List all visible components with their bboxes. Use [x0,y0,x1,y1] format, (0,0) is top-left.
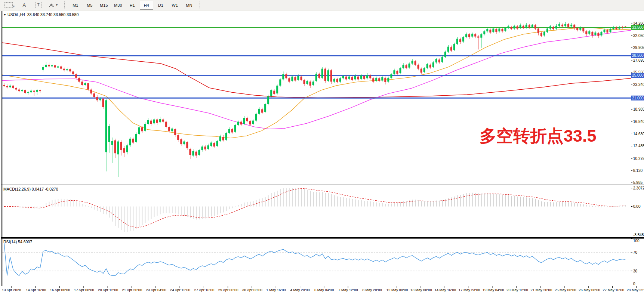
ma-slow-red [2,43,631,98]
macd-histogram [4,188,626,232]
price-tick-label: 14.630 [633,132,644,136]
time-tick-label: 24 Apr 12:00 [170,288,190,292]
price-level-badge-value: 33.500 [632,25,644,30]
time-tick-label: 17 Apr 08:00 [74,288,94,292]
time-tick-label: 30 Apr 08:00 [242,288,262,292]
timeframe-button-h4[interactable]: H4 [140,1,153,10]
rsi-tick-label: 30 [633,269,638,273]
letter-a-icon: A [23,2,26,8]
chart-title-collapse-icon[interactable]: ▼ [3,13,6,16]
price-tick-label: 23.340 [633,83,644,87]
toolbar-separator [200,1,201,9]
chart-symbol-period: USOil-,H4 [7,12,25,17]
macd-tick-label: -3.5484 [633,233,644,237]
macd-tick-label: 0.00 [633,204,641,209]
time-tick-label: 14 Apr 16:00 [26,288,46,292]
template-f-button[interactable]: F [2,1,17,10]
time-tick-label: 27 May 16:00 [603,288,625,292]
price-tick-label: 34.260 [633,21,644,25]
time-tick-label: 4 May 20:00 [290,288,310,292]
price-annotation-text: 多空转折点33.5 [480,125,597,147]
time-tick-label: 27 Apr 16:00 [194,288,214,292]
price-level-badge-value: 21.000 [632,96,644,100]
time-tick-label: 8 May 20:00 [363,288,382,292]
rsi-tick-label: 0 [633,282,635,286]
rsi-tick-label: 70 [633,250,638,255]
time-tick-label: 29 Apr 00:00 [218,288,238,292]
time-tick-label: 13 May 08:00 [410,288,432,292]
time-tick-label: 25 May 00:00 [555,288,576,292]
dropdown-caret-icon: ▼ [55,3,58,7]
price-tick-label: 32.050 [633,34,644,38]
time-tick-label: 17 May 23:00 [459,288,480,292]
price-tick-label: 8.130 [633,169,643,173]
dotted-frame-icon [4,2,13,8]
time-tick-label: 26 May 08:00 [579,288,600,292]
toolbar: F A T ▼ M1M5M15M30H1H4D1W1MN [0,0,644,10]
timeframe-button-group: M1M5M15M30H1H4D1W1MN [68,1,196,10]
time-tick-label: 23 Apr 04:00 [146,288,166,292]
price-level-badge-value: 25.000 [632,73,644,77]
timeframe-button-m5[interactable]: M5 [83,1,96,10]
time-tick-label: 12 May 00:00 [386,288,408,292]
timeframe-button-d1[interactable]: D1 [154,1,167,10]
time-tick-label: 14 May 16:00 [434,288,456,292]
time-tick-label: 21 May 20:00 [531,288,552,292]
timeframe-button-m1[interactable]: M1 [69,1,82,10]
diagonal-arrows-icon [48,3,54,8]
time-tick-label: 1 May 16:00 [266,288,286,292]
rsi-line [4,243,625,276]
text-tool-icon: T [35,2,41,8]
timeframe-button-m15[interactable]: M15 [97,1,111,10]
arrows-tool-button[interactable]: ▼ [46,1,61,10]
price-tick-label: 29.905 [633,46,644,50]
timeframe-button-mn[interactable]: MN [182,1,196,10]
time-tick-label: 6 May 04:00 [314,288,334,292]
price-tick-label: 18.985 [633,107,644,111]
macd-tick-label: 2.3072 [633,186,644,190]
f-label: F [13,5,15,8]
time-tick-label: 13 Apr 2020 [2,288,21,292]
time-tick-label: 16 Apr 00:00 [50,288,70,292]
price-tick-label: 27.695 [633,58,644,62]
timeframe-button-h1[interactable]: H1 [126,1,139,10]
rsi-tick-label: 100 [633,239,640,243]
text-tool-button[interactable]: T [32,1,45,10]
label-tool-button[interactable]: A [18,1,31,10]
price-tick-label: 16.840 [633,120,644,124]
time-tick-label: 28 May 22:00 [627,288,644,292]
price-level-badge-value: 28.500 [632,53,644,58]
time-tick-label: 7 May 12:00 [338,288,358,292]
toolbar-separator [64,1,66,9]
price-tick-label: 10.275 [633,157,644,161]
rsi-indicator-label: RSI(14) 54.6007 [3,240,32,244]
time-tick-label: 20 May 12:00 [506,288,528,292]
price-tick-label: 12.485 [633,144,644,148]
chart-ohlc-values: 33.640 33.740 33.550 33.580 [27,12,78,17]
price-tick-label: 5.985 [633,181,643,185]
time-tick-label: 20 Apr 12:00 [98,288,118,292]
time-tick-label: 21 Apr 20:00 [122,288,142,292]
timeframe-button-w1[interactable]: W1 [168,1,182,10]
time-tick-label: 19 May 04:00 [483,288,504,292]
macd-indicator-label: MACD(12,26,9) 0.0417 -0.0270 [3,187,58,191]
timeframe-button-m30[interactable]: M30 [111,1,125,10]
chart-title: ▼USOil-,H4 33.640 33.740 33.550 33.580 [3,12,78,17]
